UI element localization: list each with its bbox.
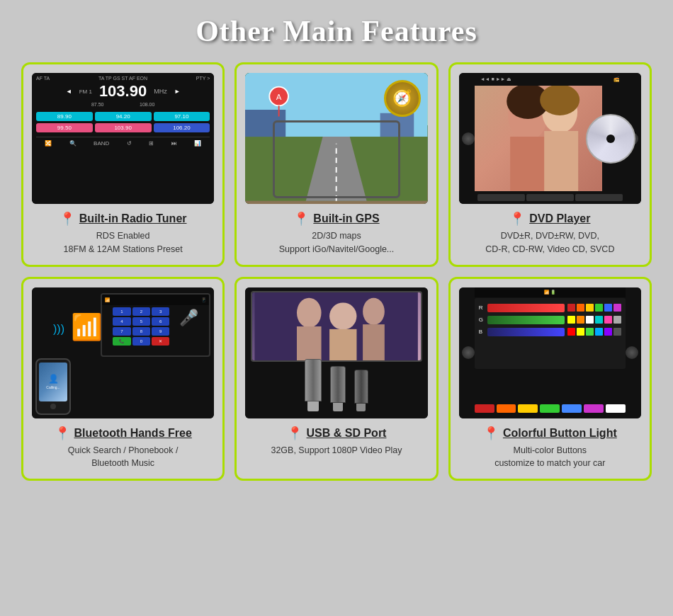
svg-point-18 bbox=[363, 297, 385, 324]
colorlight-image: R G bbox=[459, 287, 641, 418]
radio-desc: RDS Enabled 18FM & 12AM Stations Preset bbox=[64, 229, 183, 256]
gps-title: Built-in GPS bbox=[313, 212, 379, 225]
card-bluetooth: 📶📱 1 2 3 4 5 6 7 8 9 📞 0 bbox=[21, 277, 225, 481]
radio-pin-icon: 📍 bbox=[60, 211, 75, 227]
radio-image: AF TA TA TP GS ST AF EON PTY > ◄ FM 1 10… bbox=[32, 73, 214, 204]
usb-image bbox=[245, 287, 427, 418]
bt-desc: Quick Search / Phonebook / Bluetooth Mus… bbox=[68, 444, 179, 471]
gps-image: A 🧭 bbox=[245, 73, 427, 204]
cb-knob-right bbox=[626, 346, 638, 359]
dvd-pin-icon: 📍 bbox=[509, 211, 525, 227]
dvd-knob-left bbox=[462, 132, 475, 145]
bt-pin-icon: 📍 bbox=[55, 426, 70, 441]
svg-rect-21 bbox=[363, 324, 385, 360]
usb-desc: 32GB, Support 1080P Video Play bbox=[271, 444, 402, 457]
bt-title: Bluetooth Hands Free bbox=[74, 427, 192, 440]
cb-title: Colorful Button Light bbox=[503, 427, 617, 440]
page-title: Other Main Features bbox=[196, 14, 477, 48]
bt-title-row: 📍 Bluetooth Hands Free bbox=[32, 426, 214, 441]
gps-pin-icon: 📍 bbox=[293, 211, 309, 227]
svg-rect-20 bbox=[329, 329, 356, 360]
card-radio: AF TA TA TP GS ST AF EON PTY > ◄ FM 1 10… bbox=[21, 62, 225, 267]
radio-title: Built-in Radio Tuner bbox=[79, 212, 187, 225]
cb-pin-icon: 📍 bbox=[483, 426, 499, 441]
svg-point-17 bbox=[329, 302, 356, 329]
svg-point-16 bbox=[297, 297, 322, 327]
usb-title-row: 📍 USB & SD Port bbox=[245, 426, 427, 441]
gps-title-row: 📍 Built-in GPS bbox=[245, 211, 427, 227]
svg-text:A: A bbox=[276, 93, 282, 101]
dvd-desc: DVD±R, DVD±RW, DVD, CD-R, CD-RW, Video C… bbox=[485, 229, 614, 256]
dvd-image: ◄◄ ■ ►► ⏏ 📻 bbox=[459, 73, 641, 204]
card-dvd: ◄◄ ■ ►► ⏏ 📻 📍 DVD Player DVD±R, DVD±RW, … bbox=[448, 62, 652, 267]
svg-rect-19 bbox=[297, 326, 322, 360]
dvd-disc bbox=[586, 114, 635, 164]
gps-desc: 2D/3D maps Support iGo/Navitel/Google... bbox=[279, 229, 395, 256]
cb-desc: Multi-color Buttons customize to match y… bbox=[494, 444, 605, 471]
bt-image: 📶📱 1 2 3 4 5 6 7 8 9 📞 0 bbox=[32, 287, 214, 418]
card-usb: 📍 USB & SD Port 32GB, Support 1080P Vide… bbox=[234, 277, 438, 481]
dvd-title-row: 📍 DVD Player bbox=[459, 211, 641, 227]
radio-title-row: 📍 Built-in Radio Tuner bbox=[32, 211, 214, 227]
card-gps: A 🧭 📍 Built-in GPS 2D/3D maps Support iG… bbox=[234, 62, 438, 267]
card-colorlight: R G bbox=[448, 277, 652, 481]
features-grid: AF TA TA TP GS ST AF EON PTY > ◄ FM 1 10… bbox=[21, 62, 652, 481]
cb-knob-left bbox=[462, 346, 475, 359]
dvd-title: DVD Player bbox=[529, 212, 590, 225]
cb-title-row: 📍 Colorful Button Light bbox=[459, 426, 641, 441]
svg-point-14 bbox=[540, 84, 579, 115]
usb-pin-icon: 📍 bbox=[287, 426, 302, 441]
usb-title: USB & SD Port bbox=[307, 427, 387, 440]
